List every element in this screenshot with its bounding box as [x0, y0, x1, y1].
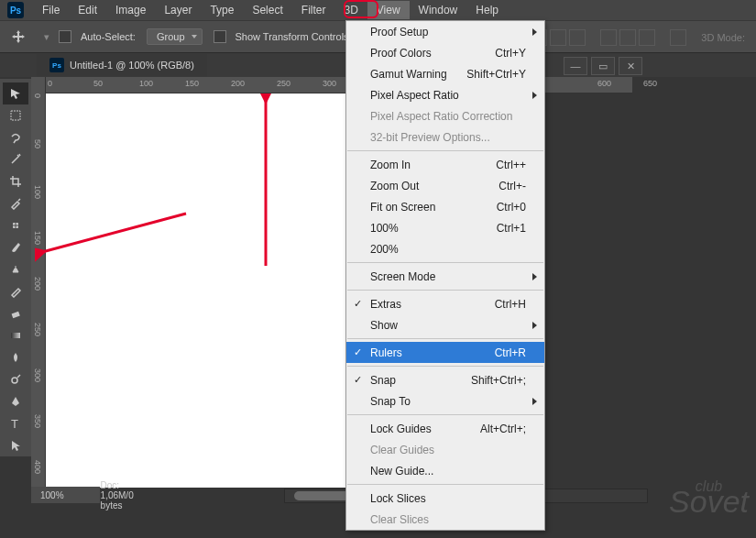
- gradient-tool[interactable]: [3, 324, 28, 346]
- watermark: club Sovet: [669, 478, 749, 520]
- menu-type[interactable]: Type: [201, 1, 243, 19]
- menu-image[interactable]: Image: [106, 1, 155, 19]
- menu-item-zoom-in[interactable]: Zoom InCtrl++: [346, 154, 544, 175]
- ruler-vertical[interactable]: 050100150200250300350400: [31, 77, 46, 499]
- menu-layer[interactable]: Layer: [155, 1, 201, 19]
- menu-item-fit-on-screen[interactable]: Fit on ScreenCtrl+0: [346, 196, 544, 217]
- menu-window[interactable]: Window: [410, 1, 467, 19]
- menu-filter[interactable]: Filter: [292, 1, 335, 19]
- align-icon[interactable]: [569, 29, 586, 46]
- menu-shortcut: Ctrl+0: [497, 201, 526, 214]
- crop-tool[interactable]: [3, 170, 28, 192]
- menu-3d[interactable]: 3D: [334, 1, 367, 19]
- menu-item-rulers[interactable]: ✓RulersCtrl+R: [346, 342, 544, 363]
- ruler-v-tick: 300: [33, 368, 42, 382]
- ruler-h-tick: 300: [323, 79, 336, 88]
- menu-file[interactable]: File: [33, 1, 69, 19]
- menu-item-new-guide-[interactable]: New Guide...: [346, 460, 544, 481]
- menu-item-label: Proof Colors: [370, 47, 432, 60]
- pen-tool[interactable]: [3, 390, 28, 412]
- align-icon[interactable]: [619, 29, 636, 46]
- document-tab[interactable]: Ps Untitled-1 @ 100% (RGB/8): [37, 54, 207, 76]
- zoom-level[interactable]: 100%: [40, 490, 64, 500]
- path-selection-tool[interactable]: [3, 434, 28, 456]
- menu-item-label: Extras: [370, 298, 401, 311]
- options-right: 3D Mode:: [531, 29, 745, 46]
- history-brush-tool[interactable]: [3, 280, 28, 302]
- group-dropdown[interactable]: Group: [147, 28, 203, 45]
- menu-item-200-[interactable]: 200%: [346, 238, 544, 259]
- menu-item-label: Show: [370, 319, 398, 332]
- svg-rect-6: [12, 312, 20, 318]
- ruler-v-tick: 400: [33, 460, 42, 474]
- auto-select-checkbox[interactable]: [59, 30, 71, 43]
- align-icon[interactable]: [600, 29, 617, 46]
- menu-item-screen-mode[interactable]: Screen Mode: [346, 266, 544, 287]
- menu-item-label: 100%: [370, 222, 399, 235]
- healing-brush-tool[interactable]: [3, 214, 28, 236]
- menu-item-pixel-aspect-ratio[interactable]: Pixel Aspect Ratio: [346, 84, 544, 105]
- menu-item-proof-colors[interactable]: Proof ColorsCtrl+Y: [346, 42, 544, 63]
- menu-separator: [347, 150, 543, 151]
- close-button[interactable]: ✕: [619, 57, 642, 75]
- ruler-v-tick: 250: [33, 323, 42, 336]
- show-transform-checkbox[interactable]: [214, 30, 226, 43]
- menu-item-label: 200%: [370, 243, 399, 256]
- svg-point-8: [12, 378, 17, 383]
- align-icon[interactable]: [550, 29, 566, 46]
- eyedropper-tool[interactable]: [3, 192, 28, 214]
- move-tool-indicator: [9, 27, 27, 46]
- blur-tool[interactable]: [3, 346, 28, 368]
- maximize-button[interactable]: ▭: [591, 57, 615, 75]
- menu-select[interactable]: Select: [243, 1, 291, 19]
- ruler-v-tick: 0: [33, 93, 42, 98]
- canvas[interactable]: [46, 93, 348, 488]
- svg-rect-7: [11, 333, 20, 338]
- menu-item-label: Pixel Aspect Ratio Correction: [370, 110, 512, 123]
- menu-item-snap-to[interactable]: Snap To: [346, 390, 544, 412]
- menubar: Ps FileEditImageLayerTypeSelectFilter3DV…: [0, 0, 756, 20]
- menu-item-clear-slices: Clear Slices: [346, 509, 544, 530]
- menu-item-gamut-warning[interactable]: Gamut WarningShift+Ctrl+Y: [346, 63, 544, 84]
- move-tool[interactable]: [3, 82, 28, 104]
- menu-view[interactable]: View: [367, 1, 410, 19]
- menu-item-label: New Guide...: [370, 465, 433, 478]
- menu-item-100-[interactable]: 100%Ctrl+1: [346, 217, 544, 238]
- ruler-h-tick: 200: [231, 79, 245, 88]
- distribute-icon[interactable]: [670, 29, 686, 46]
- menu-item-extras[interactable]: ✓ExtrasCtrl+H: [346, 293, 544, 314]
- view-dropdown-menu: Proof SetupProof ColorsCtrl+YGamut Warni…: [345, 20, 545, 531]
- ruler-v-tick: 50: [33, 139, 42, 148]
- brush-tool[interactable]: [3, 236, 28, 258]
- doc-info[interactable]: Doc: 1,06M/0 bytes: [101, 480, 134, 511]
- align-icon[interactable]: [639, 29, 655, 46]
- magic-wand-tool[interactable]: [3, 148, 28, 170]
- menu-item-snap[interactable]: ✓SnapShift+Ctrl+;: [346, 369, 544, 390]
- marquee-tool[interactable]: [3, 104, 28, 126]
- menu-item-label: Zoom Out: [370, 180, 419, 192]
- ruler-v-tick: 150: [33, 231, 42, 245]
- menu-item-label: Lock Guides: [370, 423, 432, 435]
- menu-item-zoom-out[interactable]: Zoom OutCtrl+-: [346, 175, 544, 196]
- svg-rect-2: [11, 111, 20, 120]
- dodge-tool[interactable]: [3, 368, 28, 390]
- menu-item-label: Screen Mode: [370, 270, 435, 283]
- clone-stamp-tool[interactable]: [3, 258, 28, 280]
- menu-item-lock-slices[interactable]: Lock Slices: [346, 488, 544, 509]
- type-tool[interactable]: T: [3, 412, 28, 434]
- menu-item-proof-setup[interactable]: Proof Setup: [346, 21, 544, 42]
- menu-edit[interactable]: Edit: [69, 1, 106, 19]
- menu-help[interactable]: Help: [466, 1, 508, 19]
- minimize-button[interactable]: —: [564, 57, 587, 75]
- menu-item-label: Rulers: [370, 346, 402, 359]
- menu-item-lock-guides[interactable]: Lock GuidesAlt+Ctrl+;: [346, 418, 544, 439]
- menu-item-show[interactable]: Show: [346, 314, 544, 335]
- ps-doc-icon: Ps: [49, 58, 64, 72]
- lasso-tool[interactable]: [3, 126, 28, 148]
- check-icon: ✓: [354, 346, 362, 358]
- svg-text:T: T: [11, 417, 18, 430]
- menu-shortcut: Ctrl+1: [497, 222, 526, 235]
- eraser-tool[interactable]: [3, 302, 28, 324]
- ruler-v-tick: 350: [33, 414, 42, 428]
- align-group-3: [670, 29, 686, 46]
